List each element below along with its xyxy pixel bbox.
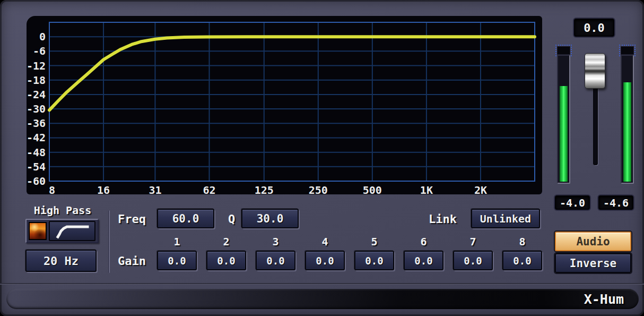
svg-text:8: 8 [49,184,55,194]
high-pass-curve-button[interactable] [49,221,95,241]
bottom-seam [0,283,644,285]
svg-text:-6: -6 [33,45,46,57]
link-select[interactable]: Unlinked [471,209,540,228]
high-pass-curve-icon [53,223,92,240]
svg-text:-54: -54 [27,160,46,173]
frequency-response-graph: 0-6-12-18-24-30-36-42-48-54-608163162125… [27,16,542,194]
gain-channel-number: 5 [354,235,394,248]
title-bar: X-Hum [6,289,639,309]
svg-text:31: 31 [149,184,161,194]
gain-channel-number: 4 [305,235,345,248]
gain-channel-number: 8 [502,235,542,248]
clip-indicator-left[interactable] [557,46,570,55]
response-plot: 0-6-12-18-24-30-36-42-48-54-608163162125… [27,16,542,194]
svg-text:125: 125 [255,184,274,194]
gain-label: Gain [118,254,146,268]
svg-text:2K: 2K [474,184,487,194]
q-field[interactable]: 30.0 [241,209,299,228]
gain-channel-number: 1 [157,235,197,248]
gain-field-2[interactable]: 0.0 [206,251,246,270]
gain-field-6[interactable]: 0.0 [404,251,443,270]
high-pass-freq-select[interactable]: 20 Hz [25,250,97,272]
level-meter-left [557,55,570,184]
section-divider [108,210,110,273]
meter-readout-right[interactable]: -4.6 [598,195,633,210]
svg-text:1K: 1K [420,184,433,194]
inverse-button[interactable]: Inverse [555,253,631,273]
gain-field-5[interactable]: 0.0 [354,251,394,270]
meter-readout-left[interactable]: -4.0 [555,195,590,210]
gain-field-8[interactable]: 0.0 [502,251,542,270]
svg-text:250: 250 [309,184,328,194]
gain-field-3[interactable]: 0.0 [256,251,295,270]
svg-text:-12: -12 [27,59,46,72]
gain-field-7[interactable]: 0.0 [453,251,493,270]
svg-text:0: 0 [39,30,46,43]
svg-text:-18: -18 [27,74,46,87]
gain-channel-number: 7 [453,235,493,248]
output-fader-handle[interactable] [585,53,605,89]
meter-fill-left [560,86,568,182]
plugin-window: 0-6-12-18-24-30-36-42-48-54-608163162125… [0,0,644,316]
gain-channel-number: 2 [206,235,246,248]
freq-field[interactable]: 60.0 [157,209,214,228]
svg-text:-48: -48 [27,146,46,159]
high-pass-button-group [25,219,99,243]
level-meter-right [621,55,634,184]
high-pass-enable-button[interactable] [29,222,47,240]
q-label: Q [228,212,235,226]
svg-text:62: 62 [203,184,215,194]
plugin-title: X-Hum [584,292,624,307]
svg-text:500: 500 [363,184,382,194]
freq-label: Freq [118,212,146,226]
svg-text:16: 16 [97,184,110,194]
svg-text:-60: -60 [27,175,46,187]
gain-channel-number: 6 [404,235,443,248]
svg-text:-36: -36 [27,117,46,130]
high-pass-label: High Pass [25,204,100,217]
svg-text:-24: -24 [27,88,46,101]
gain-field-4[interactable]: 0.0 [305,251,345,270]
output-gain-display[interactable]: 0.0 [574,19,614,37]
gain-field-1[interactable]: 0.0 [157,251,197,270]
clip-indicator-right[interactable] [621,46,634,55]
meter-fill-right [623,82,631,182]
link-label: Link [429,212,457,226]
audio-button[interactable]: Audio [555,232,631,251]
svg-text:-42: -42 [27,131,46,144]
svg-text:-30: -30 [27,103,46,115]
gain-channel-number: 3 [256,235,295,248]
